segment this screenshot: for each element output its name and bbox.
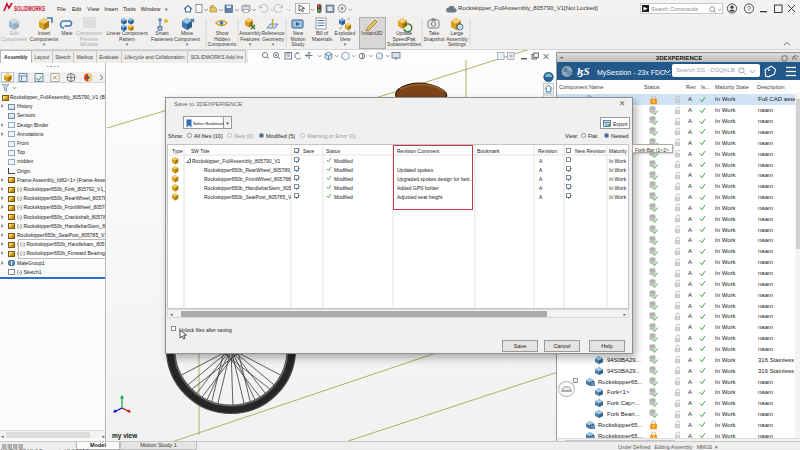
svg-text:SOLIDWORKS: SOLIDWORKS xyxy=(14,5,45,12)
svg-text:?: ? xyxy=(747,4,751,13)
